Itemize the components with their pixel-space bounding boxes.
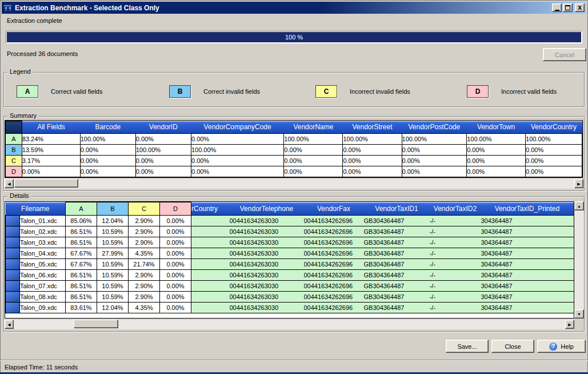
value-cell: 00441634263030 <box>230 270 304 281</box>
save-button[interactable]: Save... <box>446 340 489 353</box>
summary-cell: 0.00% <box>402 156 467 166</box>
summary-cell: 0.00% <box>402 166 467 177</box>
scroll-up-button[interactable]: ▲ <box>574 201 584 210</box>
summary-cell: 0.00% <box>80 166 135 177</box>
value-cell <box>191 216 230 226</box>
summary-row-header: C <box>6 156 22 166</box>
value-cell <box>191 237 230 248</box>
summary-cell: 0.00% <box>135 166 191 177</box>
processed-count-label: Processed 36 documents <box>7 50 78 57</box>
close-dialog-button[interactable]: Close <box>491 340 534 353</box>
row-selector[interactable] <box>6 303 20 313</box>
scroll-track[interactable] <box>14 179 574 189</box>
details-row[interactable]: Talon_01.xdc85.06%12.04%2.90%0.00%004416… <box>6 216 574 226</box>
value-cell <box>191 248 230 259</box>
percent-cell: 85.06% <box>66 216 97 226</box>
app-icon <box>3 3 13 13</box>
close-button[interactable]: x <box>575 3 585 12</box>
help-button-label: Help <box>561 343 574 350</box>
value-cell: -/- <box>430 281 481 292</box>
percent-cell: 0.00% <box>160 292 191 303</box>
scroll-down-button[interactable]: ▼ <box>574 309 584 319</box>
scroll-right-button[interactable]: ▶ <box>565 320 574 329</box>
value-cell: 00441634262696 <box>304 259 364 270</box>
summary-column-header: VendorStreet <box>343 121 402 134</box>
row-selector[interactable] <box>6 270 20 281</box>
details-hscrollbar[interactable]: ◀ ▶ <box>5 320 574 329</box>
filename-cell: Talon_05.xdc <box>20 259 66 270</box>
legend-group-label: Legend <box>7 68 33 75</box>
value-cell <box>191 226 230 237</box>
filename-cell: Talon_02.xdc <box>20 226 66 237</box>
legend-label-a: Correct valid fields <box>51 85 102 98</box>
details-row[interactable]: Talon_05.xdc67.67%10.59%21.74%0.00%00441… <box>6 259 574 270</box>
details-column-header: C <box>129 202 160 216</box>
row-selector[interactable] <box>6 281 20 292</box>
titlebar[interactable]: Extraction Benchmark - Selected Class On… <box>2 2 586 14</box>
details-column-header: Filename <box>6 202 66 216</box>
window-title: Extraction Benchmark - Selected Class On… <box>15 4 551 12</box>
scroll-left-button[interactable]: ◀ <box>5 320 14 329</box>
percent-cell: 12.04% <box>97 216 129 226</box>
percent-cell: 0.00% <box>160 216 191 226</box>
summary-cell: 100.00% <box>467 134 526 145</box>
details-column-header: VendorTaxID_Printed <box>481 202 574 216</box>
summary-cell: 0.00% <box>80 145 135 156</box>
details-column-header: B <box>97 202 129 216</box>
summary-cell: 0.00% <box>284 166 343 177</box>
legend-label-c: Incorrect invalid fields <box>350 85 410 98</box>
details-row[interactable]: Talon_07.xdc86.51%10.59%2.90%0.00%004416… <box>6 281 574 292</box>
row-selector[interactable] <box>6 292 20 303</box>
details-column-header: rCountry <box>191 202 230 216</box>
value-cell: 304364487 <box>481 248 574 259</box>
summary-column-header: VendorID <box>135 121 191 134</box>
legend-label-d: Incorrect valid fields <box>501 85 557 98</box>
value-cell: 304364487 <box>481 237 574 248</box>
filename-cell: Talon_09.xdc <box>20 303 66 313</box>
details-row[interactable]: Talon_04.xdc67.67%27.99%4.35%0.00%004416… <box>6 248 574 259</box>
cancel-button[interactable]: Cancel <box>543 48 586 61</box>
row-selector[interactable] <box>6 226 20 237</box>
value-cell: GB304364487 <box>364 281 430 292</box>
scroll-track[interactable] <box>14 320 565 329</box>
details-group-label: Details <box>7 192 31 199</box>
value-cell: 304364487 <box>481 281 574 292</box>
details-row[interactable]: Talon_08.xdc86.51%10.59%2.90%0.00%004416… <box>6 292 574 303</box>
legend-swatch-a: A <box>17 85 38 98</box>
details-row[interactable]: Talon_09.xdc83.61%12.04%4.35%0.00%004416… <box>6 303 574 313</box>
details-row[interactable]: Talon_02.xdc86.51%10.59%2.90%0.00%004416… <box>6 226 574 237</box>
row-selector[interactable] <box>6 216 20 226</box>
summary-hscrollbar[interactable]: ◀ ▶ <box>5 179 583 189</box>
summary-cell: 0.00% <box>467 156 526 166</box>
summary-cell: 0.00% <box>191 134 283 145</box>
details-header-row: FilenameABCDrCountryVendorTelephoneVendo… <box>6 202 574 216</box>
value-cell: 00441634262696 <box>304 270 364 281</box>
scroll-left-button[interactable]: ◀ <box>5 179 14 188</box>
value-cell: -/- <box>430 216 481 226</box>
maximize-button[interactable] <box>563 3 573 12</box>
value-cell: -/- <box>430 226 481 237</box>
summary-cell: 100.00% <box>526 134 582 145</box>
help-button[interactable]: ? Help <box>537 340 586 353</box>
percent-cell: 2.90% <box>129 216 160 226</box>
row-selector[interactable] <box>6 259 20 270</box>
minimize-button[interactable] <box>552 3 562 12</box>
details-row[interactable]: Talon_03.xdc86.51%10.59%2.90%0.00%004416… <box>6 237 574 248</box>
legend-label-b: Correct invalid fields <box>203 85 260 98</box>
value-cell <box>191 292 230 303</box>
arrow-left-icon: ◀ <box>7 323 10 327</box>
details-row[interactable]: Talon_06.xdc86.51%10.59%2.90%0.00%004416… <box>6 270 574 281</box>
progress-bar: 100 % <box>6 31 582 43</box>
row-selector[interactable] <box>6 248 20 259</box>
details-vscrollbar[interactable]: ▲ ▼ <box>574 201 584 319</box>
summary-corner-cell <box>6 121 22 134</box>
percent-cell: 12.04% <box>97 303 129 313</box>
summary-cell: 0.00% <box>135 134 191 145</box>
scroll-right-button[interactable]: ▶ <box>574 179 583 188</box>
scroll-thumb[interactable] <box>14 179 78 188</box>
percent-cell: 86.51% <box>66 292 97 303</box>
summary-column-header: VendorTown <box>467 121 526 134</box>
row-selector[interactable] <box>6 237 20 248</box>
scroll-thumb[interactable] <box>74 320 118 328</box>
scroll-track[interactable] <box>574 210 584 309</box>
